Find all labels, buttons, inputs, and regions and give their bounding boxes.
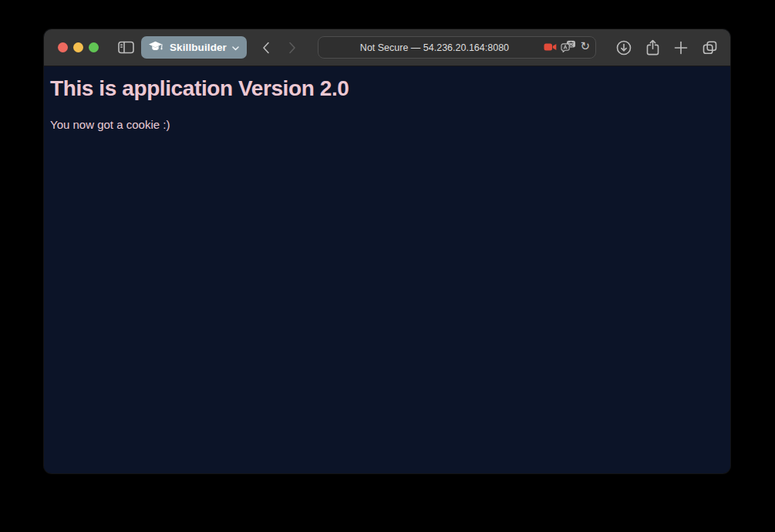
sidebar-toggle-button[interactable] [115,37,136,59]
desktop-background: Skillbuilder [0,0,775,532]
chevron-left-icon [262,42,270,54]
safari-browser-window: Skillbuilder [44,29,730,473]
browser-toolbar: Skillbuilder [44,29,730,66]
page-message: You now got a cookie :) [50,118,724,131]
address-bar-indicators: ↻ [544,37,590,58]
downloads-button[interactable] [613,37,635,59]
back-button[interactable] [255,37,277,59]
reload-icon: ↻ [580,41,590,52]
forward-button[interactable] [281,37,303,59]
download-icon [616,40,632,56]
translate-icon [561,40,576,56]
address-bar[interactable]: Not Secure — 54.236.20.164:8080 [318,36,596,59]
new-tab-button[interactable] [670,37,692,59]
share-icon [646,39,659,56]
video-camera-icon [544,41,557,55]
window-controls [58,42,99,52]
zoom-window-button[interactable] [89,42,99,52]
tab-group-button[interactable]: Skillbuilder [141,36,247,59]
page-heading: This is application Version 2.0 [50,75,724,102]
web-page-content: This is application Version 2.0 You now … [44,66,730,473]
chevron-right-icon [288,42,296,54]
sidebar-toggle-icon [118,41,134,54]
tabs-icon [703,41,717,55]
toolbar-right-buttons [613,37,720,59]
translate-button[interactable] [561,40,576,56]
tab-group-label: Skillbuilder [170,42,227,53]
share-button[interactable] [642,37,663,59]
graduation-cap-icon [148,41,164,55]
chevron-down-icon [232,42,239,53]
close-window-button[interactable] [58,42,68,52]
minimize-window-button[interactable] [73,42,83,52]
plus-icon [674,41,688,55]
tab-overview-button[interactable] [699,37,720,59]
reload-button[interactable]: ↻ [580,42,590,53]
